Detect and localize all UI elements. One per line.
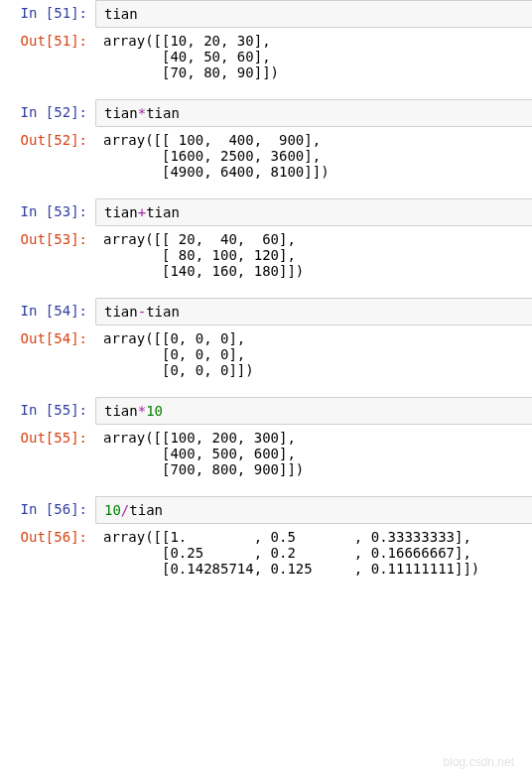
output-prompt: Out[55]:: [0, 425, 95, 482]
output-prompt: Out[52]:: [0, 127, 95, 185]
code-token: tian: [104, 204, 138, 220]
code-output: array([[100, 200, 300], [400, 500, 600],…: [95, 425, 532, 482]
output-cell: Out[53]: array([[ 20, 40, 60], [ 80, 100…: [0, 226, 532, 284]
input-cell: In [53]: tian+tian: [0, 198, 532, 226]
cell-gap: [0, 284, 532, 298]
output-cell: Out[55]: array([[100, 200, 300], [400, 5…: [0, 425, 532, 482]
code-token: *: [138, 403, 146, 419]
code-input[interactable]: tian*10: [95, 397, 532, 425]
code-input[interactable]: 10/tian: [95, 496, 532, 524]
code-input[interactable]: tian*tian: [95, 99, 532, 127]
input-cell: In [51]: tian: [0, 0, 532, 28]
code-input[interactable]: tian+tian: [95, 198, 532, 226]
code-token: tian: [146, 105, 180, 121]
output-cell: Out[54]: array([[0, 0, 0], [0, 0, 0], [0…: [0, 325, 532, 383]
input-prompt: In [54]:: [0, 298, 95, 325]
code-token: tian: [104, 6, 138, 22]
code-token: tian: [129, 502, 163, 518]
input-prompt: In [51]:: [0, 0, 95, 28]
code-output: array([[ 20, 40, 60], [ 80, 100, 120], […: [95, 226, 532, 284]
code-token: tian: [104, 304, 138, 320]
code-token: tian: [104, 403, 138, 419]
input-prompt: In [52]:: [0, 99, 95, 127]
input-prompt: In [53]:: [0, 198, 95, 226]
cell-gap: [0, 85, 532, 99]
code-input[interactable]: tian-tian: [95, 298, 532, 325]
input-prompt: In [56]:: [0, 496, 95, 524]
cell-gap: [0, 383, 532, 397]
output-prompt: Out[51]:: [0, 28, 95, 85]
code-token: *: [138, 105, 146, 121]
code-token: tian: [146, 204, 180, 220]
cell-gap: [0, 482, 532, 496]
code-output: array([[0, 0, 0], [0, 0, 0], [0, 0, 0]]): [95, 325, 532, 383]
code-token: 10: [146, 403, 163, 419]
input-prompt: In [55]:: [0, 397, 95, 425]
output-cell: Out[56]: array([[1. , 0.5 , 0.33333333],…: [0, 524, 532, 582]
cell-gap: [0, 185, 532, 198]
code-token: 10: [104, 502, 121, 518]
code-output: array([[10, 20, 30], [40, 50, 60], [70, …: [95, 28, 532, 85]
code-output: array([[ 100, 400, 900], [1600, 2500, 36…: [95, 127, 532, 185]
input-cell: In [52]: tian*tian: [0, 99, 532, 127]
input-cell: In [54]: tian-tian: [0, 298, 532, 325]
output-prompt: Out[54]:: [0, 325, 95, 383]
output-cell: Out[51]: array([[10, 20, 30], [40, 50, 6…: [0, 28, 532, 85]
watermark-text: blog.csdn.net: [444, 755, 514, 769]
code-token: tian: [104, 105, 138, 121]
code-token: tian: [146, 304, 180, 320]
output-cell: Out[52]: array([[ 100, 400, 900], [1600,…: [0, 127, 532, 185]
code-token: +: [138, 204, 146, 220]
input-cell: In [56]: 10/tian: [0, 496, 532, 524]
notebook-view: In [51]: tian Out[51]: array([[10, 20, 3…: [0, 0, 532, 777]
code-token: -: [138, 304, 146, 320]
input-cell: In [55]: tian*10: [0, 397, 532, 425]
code-input[interactable]: tian: [95, 0, 532, 28]
output-prompt: Out[53]:: [0, 226, 95, 284]
code-output: array([[1. , 0.5 , 0.33333333], [0.25 , …: [95, 524, 532, 582]
output-prompt: Out[56]:: [0, 524, 95, 582]
